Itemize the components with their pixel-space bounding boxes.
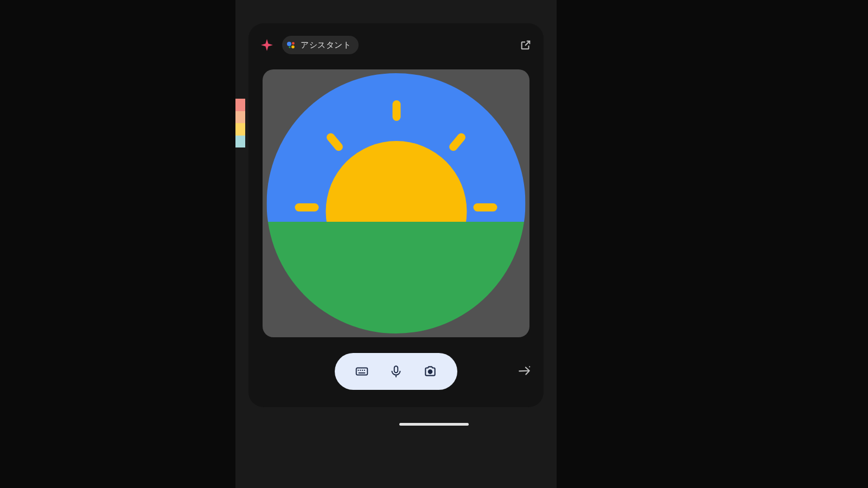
popout-icon[interactable] xyxy=(520,39,532,51)
svg-point-12 xyxy=(429,370,432,374)
ground-area xyxy=(267,222,526,333)
svg-rect-10 xyxy=(394,366,398,373)
card-header: アシスタント xyxy=(260,35,532,55)
svg-point-13 xyxy=(529,366,530,367)
assistant-chip-label: アシスタント xyxy=(301,40,351,50)
strip-segment xyxy=(235,99,245,111)
svg-rect-4 xyxy=(356,368,367,375)
sparkle-icon xyxy=(260,38,273,52)
assistant-card: アシスタント xyxy=(248,23,544,407)
morning-illustration xyxy=(267,73,526,333)
camera-button[interactable] xyxy=(423,364,438,379)
strip-segment xyxy=(235,123,245,136)
svg-point-0 xyxy=(287,42,291,46)
svg-point-2 xyxy=(291,46,295,49)
send-button[interactable] xyxy=(518,364,532,378)
sun-ray xyxy=(295,203,319,211)
sun-ray xyxy=(392,100,400,121)
strip-segment xyxy=(235,111,245,124)
svg-point-3 xyxy=(289,46,290,48)
svg-point-1 xyxy=(292,42,295,45)
assistant-icon xyxy=(286,40,296,50)
mic-button[interactable] xyxy=(388,364,404,379)
sun-ray xyxy=(474,203,497,211)
input-mode-pill xyxy=(335,353,457,390)
keyboard-button[interactable] xyxy=(354,364,369,379)
color-strip-tab xyxy=(235,99,245,147)
gesture-nav-bar[interactable] xyxy=(399,423,469,426)
assistant-chip[interactable]: アシスタント xyxy=(282,36,359,54)
strip-segment xyxy=(235,136,245,148)
routine-image[interactable] xyxy=(263,69,529,337)
